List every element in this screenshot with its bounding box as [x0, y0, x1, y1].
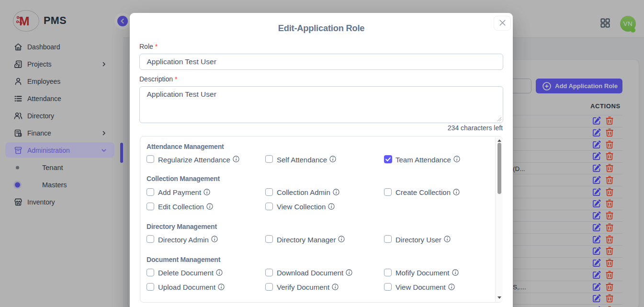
svg-text:M: M: [19, 14, 30, 28]
